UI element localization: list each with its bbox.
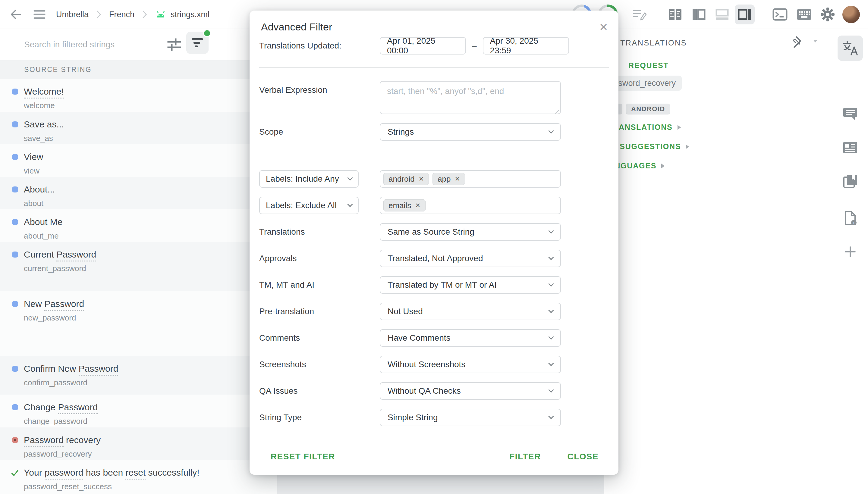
pin-panel-button[interactable] <box>791 36 804 48</box>
status-issue-bullet <box>12 437 18 443</box>
label-chip-text: android <box>388 174 415 184</box>
string-row-password_recovery[interactable]: Password recoverypassword_recovery <box>0 428 277 460</box>
reset-filter-button[interactable]: RESET FILTER <box>271 452 335 461</box>
string-row-about[interactable]: About...about <box>0 177 277 209</box>
string-row-current_password[interactable]: Current Passwordcurrent_password <box>0 242 277 291</box>
request-button[interactable]: REQUEST <box>628 61 668 70</box>
labels-include-dropdown-value: Labels: Include Any <box>266 174 339 184</box>
chevron-down-icon <box>548 334 554 340</box>
qa-issues-select[interactable]: Without QA Checks <box>380 382 561 400</box>
tm-mt-and-ai-select[interactable]: Translated by TM or MT or AI <box>380 276 561 294</box>
string-key: current_password <box>24 264 271 273</box>
status-translated-bullet <box>12 301 18 307</box>
menu-button[interactable] <box>33 10 46 20</box>
plus-icon <box>844 245 857 259</box>
remove-chip-icon[interactable]: × <box>455 175 460 183</box>
search-input[interactable] <box>24 36 157 53</box>
filter-button[interactable]: FILTER <box>509 452 541 461</box>
view-mode-right-panel-button[interactable] <box>735 4 755 24</box>
svg-text:i: i <box>853 220 854 225</box>
close-button[interactable]: CLOSE <box>568 452 598 461</box>
divider <box>259 67 609 68</box>
rail-glossary-tab[interactable] <box>843 174 858 189</box>
chevron-down-icon <box>548 414 554 419</box>
string-key: password_recovery <box>24 449 271 459</box>
approvals-select[interactable]: Translated, Not Approved <box>380 250 561 267</box>
screenshots-select[interactable]: Without Screenshots <box>380 356 561 373</box>
status-translated-bullet <box>12 187 18 192</box>
advanced-filter-button[interactable] <box>186 32 208 54</box>
back-button[interactable] <box>9 7 23 21</box>
date-to-input[interactable]: Apr 30, 2025 23:59 <box>483 37 569 55</box>
pin-icon <box>791 36 804 48</box>
remove-chip-icon[interactable]: × <box>419 175 424 183</box>
comment-icon <box>843 107 858 120</box>
string-source-text: Password recovery <box>24 434 271 446</box>
chevron-down-icon <box>548 128 554 133</box>
left-panel-icon <box>691 8 706 21</box>
string-key: save_as <box>24 133 271 143</box>
pre-translation-select-value: Not Used <box>388 307 423 316</box>
modal-footer: RESET FILTER FILTER CLOSE <box>259 441 609 475</box>
string-source-text: Welcome! <box>24 86 271 98</box>
view-mode-grid-button[interactable] <box>667 0 684 29</box>
string-row-save_as[interactable]: Save as...save_as <box>0 112 277 144</box>
string-row-confirm_password[interactable]: Confirm New Passwordconfirm_password <box>0 356 277 395</box>
verbal-expression-input[interactable] <box>380 81 561 114</box>
labels-exclude-dropdown[interactable]: Labels: Exclude All <box>259 197 359 214</box>
console-button[interactable] <box>772 0 789 29</box>
shortcuts-button[interactable] <box>796 0 813 29</box>
date-from-input[interactable]: Apr 01, 2025 00:00 <box>380 37 466 55</box>
translations-select[interactable]: Same as Source String <box>380 223 561 241</box>
labels-exclude-chips[interactable]: emails× <box>380 197 561 214</box>
comments-select[interactable]: Have Comments <box>380 329 561 347</box>
string-row-change_password[interactable]: Change Passwordchange_password <box>0 395 277 428</box>
filter-settings-button[interactable] <box>165 36 183 54</box>
breadcrumb-file-label: strings.xml <box>171 10 209 19</box>
string-key: password_reset_success <box>24 482 271 491</box>
string-row-welcome[interactable]: Welcome!welcome <box>0 79 277 112</box>
rail-context-tab[interactable] <box>843 141 858 154</box>
string-row-new_password[interactable]: New Passwordnew_password <box>0 291 277 356</box>
labels-include-chips[interactable]: android×app× <box>380 170 561 188</box>
right-rail: i <box>832 29 868 494</box>
string-type-select[interactable]: Simple String <box>380 409 561 426</box>
rail-file-info-tab[interactable]: i <box>843 211 857 226</box>
labels-include-dropdown[interactable]: Labels: Include Any <box>259 170 359 188</box>
edit-strings-button[interactable] <box>631 0 648 29</box>
book-bookmark-icon <box>843 174 858 189</box>
rail-comments-tab[interactable] <box>843 107 858 120</box>
string-row-password_reset_success[interactable]: Your password has been reset successfull… <box>0 460 277 494</box>
scope-select[interactable]: Strings <box>380 123 561 141</box>
panel-title: TRANSLATIONS <box>620 39 687 47</box>
section-translations[interactable]: TRANSLATIONS <box>608 123 681 132</box>
file-info-icon: i <box>843 211 857 226</box>
view-mode-left-panel-button[interactable] <box>690 0 707 29</box>
string-source-text: About... <box>24 184 271 195</box>
label-chip-text: app <box>438 174 450 184</box>
avatar[interactable] <box>843 6 860 23</box>
rail-add-tab[interactable] <box>844 245 857 259</box>
tune-icon <box>166 36 183 53</box>
breadcrumb-language[interactable]: French <box>109 10 134 19</box>
string-source-text: About Me <box>24 216 271 228</box>
view-mode-bottom-panel-button[interactable] <box>714 0 731 29</box>
string-row-about_me[interactable]: About Meabout_me <box>0 209 277 242</box>
settings-button[interactable] <box>819 0 836 29</box>
status-translated-bullet <box>12 154 18 160</box>
tm-mt-and-ai-label: TM, MT and AI <box>259 280 380 290</box>
string-row-view[interactable]: Viewview <box>0 144 277 177</box>
string-key: about <box>24 198 271 208</box>
modal-close-button[interactable]: × <box>599 21 608 33</box>
breadcrumb-file[interactable]: strings.xml <box>155 10 209 19</box>
screenshots-label: Screenshots <box>259 360 380 369</box>
label-chip-text: emails <box>388 201 411 210</box>
comments-select-value: Have Comments <box>388 333 450 343</box>
hamburger-icon <box>33 10 46 20</box>
rail-translate-tab[interactable] <box>843 40 858 56</box>
breadcrumb-project[interactable]: Umbrella <box>56 10 89 19</box>
panel-options-button[interactable] <box>813 40 817 42</box>
pre-translation-select[interactable]: Not Used <box>380 303 561 320</box>
string-source-text: View <box>24 151 271 163</box>
remove-chip-icon[interactable]: × <box>415 202 420 209</box>
